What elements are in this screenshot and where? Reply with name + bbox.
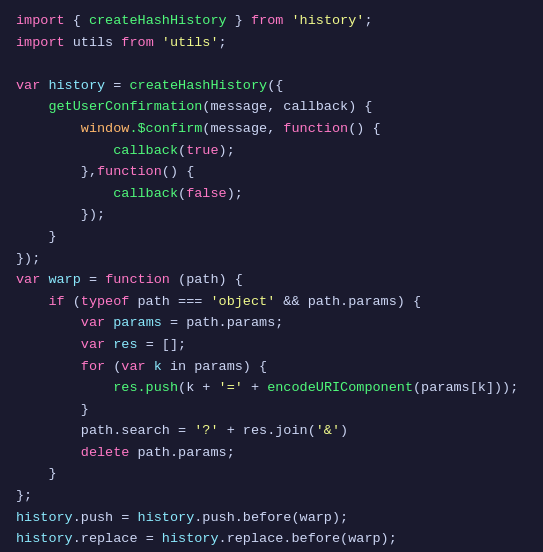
code-token: [16, 337, 81, 352]
code-token: = path.params;: [170, 315, 283, 330]
code-token: [154, 35, 162, 50]
code-token: history: [16, 510, 73, 525]
code-line: import { createHashHistory } from 'histo…: [16, 10, 543, 32]
code-token: });: [16, 251, 40, 266]
code-token: warp: [40, 272, 89, 287]
code-token: function: [105, 272, 170, 287]
code-line: history.replace = history.replace.before…: [16, 528, 543, 550]
code-line: }: [16, 226, 543, 248]
code-line: delete path.params;: [16, 442, 543, 464]
code-token: callback: [16, 143, 178, 158]
code-line: getUserConfirmation(message, callback) {: [16, 96, 543, 118]
code-line: path.search = '?' + res.join('&'): [16, 420, 543, 442]
code-token: =: [89, 272, 105, 287]
code-token: (message,: [202, 121, 283, 136]
code-line: });: [16, 204, 543, 226]
code-token: }: [16, 229, 57, 244]
code-token: .replace.before(warp);: [219, 531, 397, 546]
code-line: }: [16, 399, 543, 421]
code-token: }: [227, 13, 251, 28]
code-token: var: [81, 337, 105, 352]
code-token: getUserConfirmation: [16, 99, 202, 114]
code-token: .$confirm: [129, 121, 202, 136]
code-token: [16, 294, 48, 309]
code-token: };: [16, 488, 32, 503]
code-token: .replace =: [73, 531, 162, 546]
code-token: false: [186, 186, 227, 201]
code-token: delete: [81, 445, 130, 460]
code-token: =: [178, 423, 194, 438]
code-token: {: [65, 13, 89, 28]
code-token: res.push: [16, 380, 178, 395]
code-token: window: [16, 121, 129, 136]
code-token: '&': [316, 423, 340, 438]
code-line: callback(true);: [16, 140, 543, 162]
code-token: = [];: [146, 337, 187, 352]
code-token: createHashHistory: [89, 13, 227, 28]
code-token: (: [105, 359, 121, 374]
code-token: res: [105, 337, 146, 352]
code-token: history: [16, 531, 73, 546]
code-line: var params = path.params;: [16, 312, 543, 334]
code-line: window.$confirm(message, function() {: [16, 118, 543, 140]
code-token: history: [162, 531, 219, 546]
code-token: params: [105, 315, 170, 330]
code-token: if: [48, 294, 64, 309]
code-token: var: [16, 272, 40, 287]
code-token: in params) {: [170, 359, 267, 374]
code-token: ===: [178, 294, 202, 309]
code-token: });: [16, 207, 105, 222]
code-token: [16, 445, 81, 460]
code-token: '?': [194, 423, 218, 438]
code-token: },: [16, 164, 97, 179]
code-token: true: [186, 143, 218, 158]
code-token: ;: [219, 35, 227, 50]
code-token: typeof: [81, 294, 130, 309]
code-token: ({: [267, 78, 283, 93]
code-token: (: [178, 186, 186, 201]
code-token: k: [146, 359, 170, 374]
code-token: function: [97, 164, 162, 179]
code-token: +: [243, 380, 267, 395]
code-token: }: [16, 402, 89, 417]
code-token: .push =: [73, 510, 138, 525]
code-token: createHashHistory: [121, 78, 267, 93]
code-token: from: [121, 35, 153, 50]
code-line: },function() {: [16, 161, 543, 183]
code-token: );: [227, 186, 243, 201]
code-token: utils: [65, 35, 122, 50]
code-token: callback: [16, 186, 178, 201]
code-token: '=': [219, 380, 243, 395]
code-line: });: [16, 248, 543, 270]
code-token: path: [129, 294, 178, 309]
code-token: var: [81, 315, 105, 330]
code-token: () {: [348, 121, 380, 136]
code-token: function: [283, 121, 348, 136]
code-token: (: [65, 294, 81, 309]
code-token: 'utils': [162, 35, 219, 50]
code-token: import: [16, 35, 65, 50]
code-token: && path.params) {: [275, 294, 421, 309]
code-token: () {: [162, 164, 194, 179]
code-line: callback(false);: [16, 183, 543, 205]
code-token: for: [81, 359, 105, 374]
code-token: }: [16, 466, 57, 481]
code-token: (message, callback) {: [202, 99, 372, 114]
code-token: .push.before(warp);: [194, 510, 348, 525]
code-editor: import { createHashHistory } from 'histo…: [0, 0, 543, 552]
code-token: path.search: [16, 423, 178, 438]
code-line: };: [16, 485, 543, 507]
code-token: path.params;: [129, 445, 234, 460]
code-line: import utils from 'utils';: [16, 32, 543, 54]
code-line: var res = [];: [16, 334, 543, 356]
code-token: import: [16, 13, 65, 28]
code-line: if (typeof path === 'object' && path.par…: [16, 291, 543, 313]
code-token: [16, 315, 81, 330]
code-line: for (var k in params) {: [16, 356, 543, 378]
code-token: from: [251, 13, 283, 28]
code-token: (params[k]));: [413, 380, 518, 395]
code-token: (: [178, 143, 186, 158]
code-token: ;: [364, 13, 372, 28]
code-token: );: [219, 143, 235, 158]
code-line: history.push = history.push.before(warp)…: [16, 507, 543, 529]
